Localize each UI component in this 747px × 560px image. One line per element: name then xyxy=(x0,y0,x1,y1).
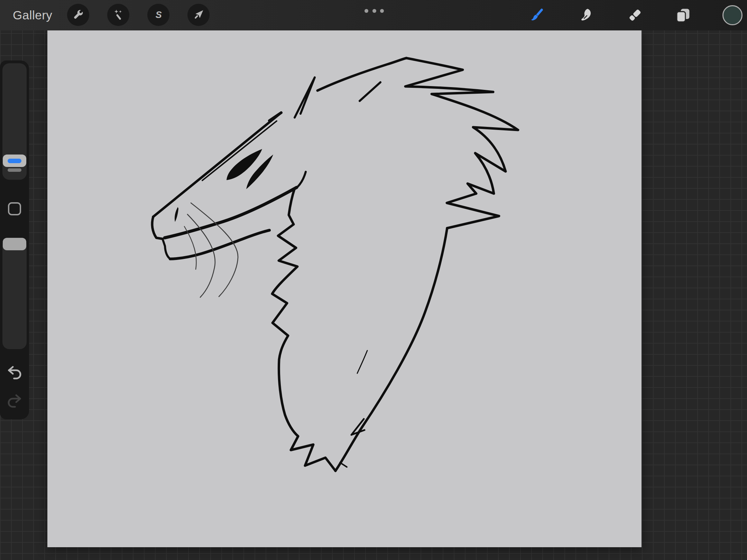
svg-text:S: S xyxy=(156,10,162,20)
brush-size-accent-bar xyxy=(8,159,21,163)
undo-button[interactable] xyxy=(6,364,23,381)
brush-size-handle[interactable] xyxy=(3,155,26,167)
paint-tool-button[interactable] xyxy=(529,7,545,24)
smudge-tool-button[interactable] xyxy=(578,7,594,24)
color-swatch-button[interactable] xyxy=(722,4,743,26)
procreate-app: Gallery S xyxy=(0,0,747,560)
drawing-canvas[interactable] xyxy=(47,30,642,547)
layers-icon xyxy=(675,7,691,23)
brush-size-subbar xyxy=(8,168,21,172)
redo-icon xyxy=(9,395,20,407)
sidebar xyxy=(0,60,29,419)
opacity-handle[interactable] xyxy=(3,238,26,250)
menu-dot xyxy=(380,9,384,13)
wrench-icon xyxy=(72,9,84,21)
menu-dot xyxy=(372,9,376,13)
brush-icon xyxy=(529,7,545,23)
redo-button[interactable] xyxy=(6,393,23,409)
transform-button[interactable] xyxy=(187,4,210,26)
selection-button[interactable]: S xyxy=(147,4,169,26)
selection-s-icon: S xyxy=(153,9,164,21)
eraser-tool-button[interactable] xyxy=(627,7,643,24)
modify-button[interactable] xyxy=(8,202,21,215)
color-swatch-icon xyxy=(722,5,743,25)
adjustments-button[interactable] xyxy=(107,4,129,26)
smudge-icon xyxy=(578,7,594,23)
canvas-menu-button[interactable] xyxy=(365,7,384,15)
transform-arrow-icon xyxy=(193,9,204,21)
actions-button[interactable] xyxy=(67,4,89,26)
undo-icon xyxy=(9,367,20,379)
eraser-icon xyxy=(627,7,643,23)
magic-wand-icon xyxy=(112,9,124,21)
menu-dot xyxy=(365,9,368,13)
gallery-button[interactable]: Gallery xyxy=(13,0,52,30)
artwork-svg xyxy=(47,30,642,547)
layers-button[interactable] xyxy=(675,7,691,24)
top-toolbar: Gallery S xyxy=(0,0,747,30)
opacity-slider[interactable] xyxy=(2,238,27,349)
